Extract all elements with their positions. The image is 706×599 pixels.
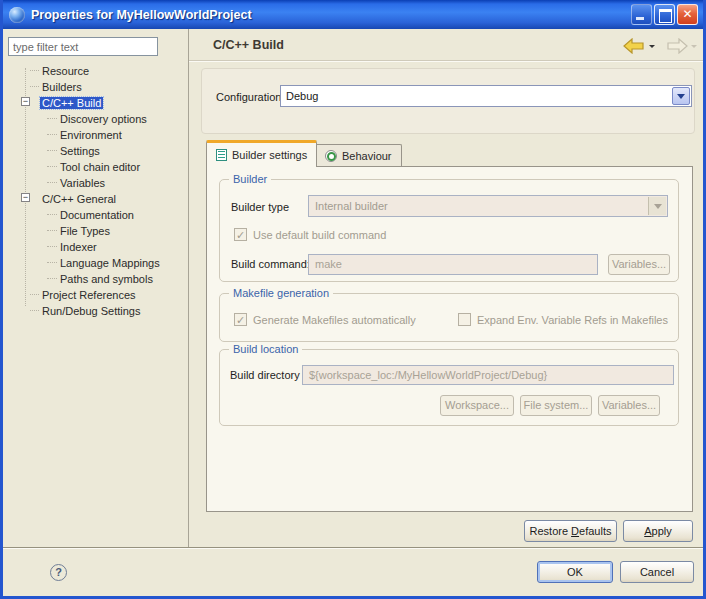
ok-button[interactable]: OK [537, 561, 613, 583]
tree-item-discovery-options[interactable]: Discovery options [3, 110, 187, 126]
build-command-label: Build command: [231, 258, 310, 270]
tree-item-label[interactable]: Paths and symbols [58, 273, 155, 285]
workspace-button: Workspace... [440, 395, 514, 416]
configuration-combo[interactable]: Debug [280, 85, 692, 107]
titlebar[interactable]: Properties for MyHellowWorldProject ✕ [3, 0, 703, 29]
tree-item-label[interactable]: Discovery options [58, 113, 149, 125]
tree-item-environment[interactable]: Environment [3, 126, 187, 142]
tree-item-label[interactable]: Tool chain editor [58, 161, 142, 173]
makefile-group-title: Makefile generation [229, 287, 333, 299]
tree-item-paths-and-symbols[interactable]: Paths and symbols [3, 270, 187, 286]
collapse-toggle-icon[interactable]: − [21, 193, 30, 202]
configuration-section: Configuration: Debug [201, 68, 695, 134]
tab-builder-settings-label: Builder settings [232, 149, 307, 161]
header-separator [189, 60, 703, 62]
generate-makefiles-checkbox: ✓ [234, 313, 247, 326]
build-directory-label: Build directory [230, 369, 300, 381]
configuration-value: Debug [286, 90, 318, 102]
tree-item-label[interactable]: Documentation [58, 209, 136, 221]
builder-group: Builder Builder type Internal builder ✓ … [219, 179, 679, 282]
tree-item-tool-chain-editor[interactable]: Tool chain editor [3, 158, 187, 174]
maximize-button[interactable] [654, 4, 675, 25]
panel-divider[interactable] [188, 29, 189, 547]
tree-item-variables[interactable]: Variables [3, 174, 187, 190]
page-title: C/C++ Build [213, 38, 284, 52]
tree-item-label[interactable]: Resource [40, 65, 91, 77]
combo-dropdown-icon[interactable] [672, 87, 690, 105]
close-button[interactable]: ✕ [677, 4, 698, 25]
tree-item-label[interactable]: Indexer [58, 241, 99, 253]
configuration-label: Configuration: [216, 91, 285, 103]
back-dropdown-icon[interactable] [649, 45, 655, 51]
expand-env-checkbox [458, 313, 471, 326]
help-icon[interactable]: ? [50, 564, 67, 581]
filter-input[interactable] [8, 37, 158, 56]
builder-settings-panel: Builder Builder type Internal builder ✓ … [206, 166, 693, 512]
cancel-button[interactable]: Cancel [620, 561, 694, 583]
builder-group-title: Builder [229, 173, 271, 185]
builder-type-label: Builder type [231, 201, 289, 213]
build-command-variables-button: Variables... [608, 254, 670, 275]
apply-button[interactable]: Apply [623, 520, 693, 542]
tree-item-file-types[interactable]: File Types [3, 222, 187, 238]
tree-item-label[interactable]: Builders [40, 81, 84, 93]
makefile-generation-group: Makefile generation ✓ Generate Makefiles… [219, 293, 679, 342]
build-location-group-title: Build location [229, 343, 302, 355]
app-icon [9, 7, 25, 23]
forward-arrow-icon [666, 38, 688, 54]
tree-item-project-references[interactable]: Project References [3, 286, 187, 302]
builder-type-dropdown-icon [648, 197, 666, 215]
tree-item-settings[interactable]: Settings [3, 142, 187, 158]
forward-dropdown-icon [691, 45, 697, 51]
tree-item-label[interactable]: C/C++ Build [40, 97, 103, 109]
filesystem-button: File system... [520, 395, 592, 416]
build-location-group: Build location Build directory ${workspa… [219, 349, 679, 426]
builder-type-value: Internal builder [315, 200, 388, 212]
properties-dialog: Properties for MyHellowWorldProject ✕ Re… [0, 0, 706, 599]
minimize-button[interactable] [631, 4, 652, 25]
tree-item-label[interactable]: Run/Debug Settings [40, 305, 142, 317]
window-title: Properties for MyHellowWorldProject [31, 8, 631, 22]
tree-item-language-mappings[interactable]: Language Mappings [3, 254, 187, 270]
build-command-input: make [308, 254, 598, 275]
tree-item-c-c-build[interactable]: −C/C++ Build [3, 94, 187, 110]
build-directory-input: ${workspace_loc:/MyHellowWorldProject/De… [302, 365, 674, 385]
back-arrow-icon[interactable] [623, 38, 645, 54]
use-default-checkbox: ✓ [234, 228, 247, 241]
restore-defaults-button[interactable]: Restore Defaults [524, 520, 617, 542]
tree-item-label[interactable]: Language Mappings [58, 257, 162, 269]
footer-separator [3, 547, 703, 549]
tab-behaviour[interactable]: Behaviour [315, 144, 402, 167]
use-default-label: Use default build command [253, 229, 386, 241]
tree-item-indexer[interactable]: Indexer [3, 238, 187, 254]
properties-tree: ResourceBuilders−C/C++ BuildDiscovery op… [3, 62, 187, 318]
tree-item-resource[interactable]: Resource [3, 62, 187, 78]
tree-item-documentation[interactable]: Documentation [3, 206, 187, 222]
tree-item-c-c-general[interactable]: −C/C++ General [3, 190, 187, 206]
build-dir-variables-button: Variables... [598, 395, 660, 416]
tree-item-builders[interactable]: Builders [3, 78, 187, 94]
builder-type-combo: Internal builder [308, 195, 668, 217]
builder-settings-icon [216, 149, 227, 161]
generate-makefiles-label: Generate Makefiles automatically [253, 314, 416, 326]
collapse-toggle-icon[interactable]: − [21, 97, 30, 106]
tree-item-label[interactable]: Environment [58, 129, 124, 141]
tree-item-label[interactable]: Settings [58, 145, 102, 157]
tree-item-run-debug-settings[interactable]: Run/Debug Settings [3, 302, 187, 318]
behaviour-icon [325, 150, 337, 162]
expand-env-label: Expand Env. Variable Refs in Makefiles [477, 314, 668, 326]
tree-item-label[interactable]: C/C++ General [40, 193, 118, 205]
tab-builder-settings[interactable]: Builder settings [206, 140, 317, 167]
tab-behaviour-label: Behaviour [342, 150, 392, 162]
tree-item-label[interactable]: Variables [58, 177, 107, 189]
tree-item-label[interactable]: Project References [40, 289, 138, 301]
tree-item-label[interactable]: File Types [58, 225, 112, 237]
